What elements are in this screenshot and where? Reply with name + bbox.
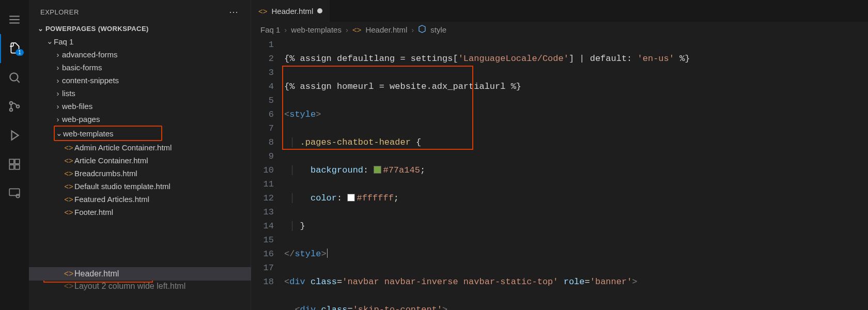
chevron-right-icon: › xyxy=(54,63,62,72)
html-file-icon: <> xyxy=(63,182,74,191)
workspace-label: POWERPAGES (WORKSPACE) xyxy=(45,25,149,33)
tree-label: web-pages xyxy=(62,115,100,123)
html-file-icon: <> xyxy=(63,208,74,216)
svg-rect-12 xyxy=(15,165,20,169)
tree-label: Article Container.html xyxy=(74,156,148,165)
chevron-right-icon: › xyxy=(346,25,348,34)
svg-line-4 xyxy=(17,80,20,83)
tree-file[interactable]: <>Article Container.html xyxy=(29,154,251,167)
tree-file[interactable]: <>Breadcrumbs.html xyxy=(29,167,251,180)
tree-label: advanced-forms xyxy=(62,50,118,59)
search-icon[interactable] xyxy=(0,63,29,92)
html-file-icon: <> xyxy=(258,7,268,16)
color-swatch-icon xyxy=(347,194,355,202)
html-file-icon: <> xyxy=(352,25,362,34)
menu-icon[interactable] xyxy=(0,5,29,34)
html-file-icon: <> xyxy=(63,282,74,291)
color-swatch-icon xyxy=(374,166,381,174)
html-file-icon: <> xyxy=(63,156,74,165)
tree-label: Featured Articles.html xyxy=(74,195,149,204)
code-content[interactable]: {% assign defaultlang = settings['Langua… xyxy=(284,38,868,310)
svg-rect-11 xyxy=(9,165,14,169)
explorer-more-icon[interactable]: ⋯ xyxy=(226,6,242,18)
tree-folder-web-templates[interactable]: ⌄ web-templates xyxy=(54,126,162,141)
explorer-icon[interactable]: 1 xyxy=(0,34,29,63)
tab-header-html[interactable]: <> Header.html xyxy=(251,0,330,22)
svg-point-14 xyxy=(16,194,20,198)
tree-label: content-snippets xyxy=(62,76,119,85)
svg-point-3 xyxy=(10,73,18,81)
remote-explorer-icon[interactable] xyxy=(0,179,29,208)
tree-file[interactable]: <>Admin Article Container.html xyxy=(29,141,251,154)
chevron-right-icon: › xyxy=(54,89,62,98)
file-tree: ⌄ Faq 1 ›advanced-forms ›basic-forms ›co… xyxy=(29,35,251,219)
extensions-icon[interactable] xyxy=(0,150,29,179)
tree-folder[interactable]: ›web-pages xyxy=(29,113,251,126)
tree-label: Header.html xyxy=(74,269,119,278)
symbol-block-icon xyxy=(418,25,426,35)
tree-label: Breadcrumbs.html xyxy=(74,169,137,178)
tree-label: basic-forms xyxy=(62,63,102,72)
html-file-icon: <> xyxy=(63,269,74,278)
code-editor[interactable]: 123456789101112131415161718 {% assign de… xyxy=(251,38,868,310)
svg-point-7 xyxy=(17,105,19,107)
chevron-right-icon: › xyxy=(54,50,62,59)
tree-label: web-files xyxy=(62,102,92,111)
chevron-right-icon: › xyxy=(54,102,62,111)
tree-label: Layout 2 column wide left.html xyxy=(74,282,185,291)
tree-label: Admin Article Container.html xyxy=(74,143,172,152)
tree-file[interactable]: <>Footer.html xyxy=(29,206,251,219)
tree-file[interactable]: <> Layout 2 column wide left.html xyxy=(29,281,251,292)
tree-folder[interactable]: ›advanced-forms xyxy=(29,48,251,61)
explorer-title: EXPLORER xyxy=(40,8,79,16)
tree-label: Faq 1 xyxy=(54,37,73,46)
activity-bar: 1 xyxy=(0,0,29,310)
editor-area: <> Header.html Faq 1 › web-templates › <… xyxy=(251,0,868,310)
tree-file[interactable]: <>Featured Articles.html xyxy=(29,193,251,206)
chevron-right-icon: › xyxy=(54,115,62,123)
workspace-section[interactable]: ⌄ POWERPAGES (WORKSPACE) xyxy=(29,23,251,35)
chevron-down-icon: ⌄ xyxy=(36,25,45,33)
tree-label: Footer.html xyxy=(74,208,113,216)
tab-bar: <> Header.html xyxy=(251,0,868,22)
breadcrumb[interactable]: Faq 1 › web-templates › <> Header.html ›… xyxy=(251,22,868,38)
svg-point-5 xyxy=(10,102,12,104)
tree-folder[interactable]: ›basic-forms xyxy=(29,61,251,74)
crumb[interactable]: style xyxy=(430,25,446,34)
tree-folder[interactable]: ›content-snippets xyxy=(29,74,251,87)
run-debug-icon[interactable] xyxy=(0,121,29,150)
tree-label: lists xyxy=(62,89,75,98)
tree-folder[interactable]: ›lists xyxy=(29,87,251,100)
html-file-icon: <> xyxy=(63,195,74,204)
crumb[interactable]: Faq 1 xyxy=(260,25,280,34)
html-file-icon: <> xyxy=(63,143,74,152)
chevron-right-icon: › xyxy=(411,25,414,34)
dirty-indicator-icon xyxy=(317,8,322,13)
tree-label: Default studio template.html xyxy=(74,182,171,191)
svg-point-6 xyxy=(10,109,12,111)
chevron-down-icon: ⌄ xyxy=(55,129,63,138)
tree-file[interactable]: <>Default studio template.html xyxy=(29,180,251,193)
tree-folder[interactable]: ›web-files xyxy=(29,100,251,113)
tree-folder-root[interactable]: ⌄ Faq 1 xyxy=(29,35,251,48)
chevron-right-icon: › xyxy=(284,25,287,34)
crumb[interactable]: web-templates xyxy=(291,25,342,34)
html-file-icon: <> xyxy=(63,169,74,178)
tab-label: Header.html xyxy=(272,7,314,16)
svg-rect-10 xyxy=(15,159,20,164)
chevron-right-icon: › xyxy=(54,76,62,85)
explorer-badge: 1 xyxy=(16,49,24,56)
chevron-down-icon: ⌄ xyxy=(45,37,54,46)
tree-file-header-row: <> Header.html <> Layout 2 column wide l… xyxy=(29,267,251,292)
source-control-icon[interactable] xyxy=(0,92,29,121)
tree-file-header[interactable]: <> Header.html xyxy=(29,267,251,281)
svg-rect-9 xyxy=(9,159,14,164)
line-gutter: 123456789101112131415161718 xyxy=(251,38,284,310)
explorer-sidebar: EXPLORER ⋯ ⌄ POWERPAGES (WORKSPACE) ⌄ Fa… xyxy=(29,0,251,310)
tree-label: web-templates xyxy=(63,129,114,138)
svg-marker-8 xyxy=(12,131,19,140)
crumb[interactable]: Header.html xyxy=(365,25,407,34)
